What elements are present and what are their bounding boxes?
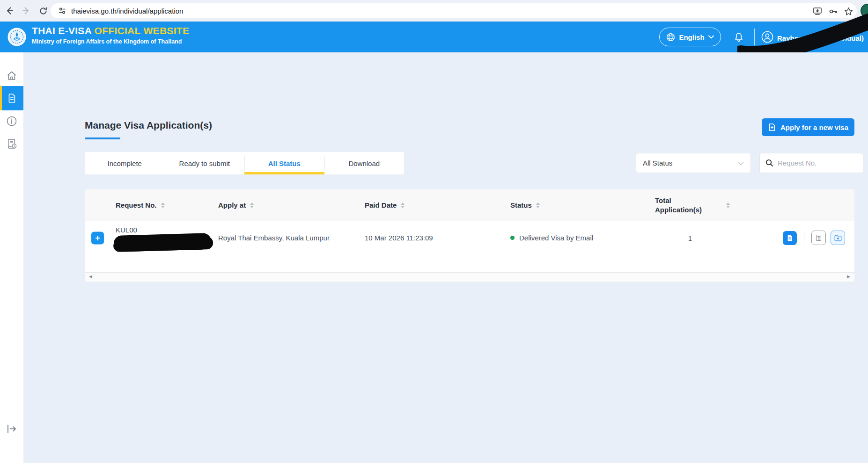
scroll-left-arrow[interactable]: ◄: [88, 274, 93, 279]
sort-icon[interactable]: [250, 203, 254, 208]
col-status: Status: [510, 201, 532, 209]
redaction-scribble: [114, 233, 212, 252]
site-header: THAI E-VISA OFFICIAL WEBSITE Ministry of…: [0, 22, 868, 52]
page-title-underline: [85, 137, 120, 139]
search-icon: [765, 159, 773, 167]
guide-book-icon: [6, 138, 18, 150]
header-divider: [754, 29, 755, 45]
chevron-down-icon: [708, 35, 714, 39]
status-filter-value: All Status: [643, 159, 672, 167]
address-bar[interactable]: thaievisa.go.th/individual/application: [51, 3, 857, 18]
table-row: + KUL00 Royal Thai Embassy, Kuala Lumpur…: [85, 221, 854, 254]
brand-title: THAI E-VISA: [32, 25, 95, 36]
browser-toolbar: thaievisa.go.th/individual/application: [0, 0, 868, 22]
tab-ready-to-submit[interactable]: Ready to submit: [165, 152, 245, 174]
col-apply-at: Apply at: [218, 201, 246, 209]
download-folder-button[interactable]: [831, 231, 845, 245]
site-info-icon[interactable]: [58, 7, 66, 15]
brand-subtitle: Ministry of Foreign Affairs of the Kingd…: [32, 38, 189, 45]
notifications-bell-icon[interactable]: [733, 32, 744, 43]
user-account-icon[interactable]: [761, 31, 773, 43]
screen: thaievisa.go.th/individual/application: [0, 0, 868, 463]
paid-date-value: 10 Mar 2026 11:23:09: [365, 234, 433, 242]
sidebar-item-applications[interactable]: [0, 86, 23, 110]
url-text[interactable]: thaievisa.go.th/individual/application: [71, 7, 183, 15]
user-name[interactable]: Rayhan Uddin (Individual): [777, 34, 864, 42]
file-plus-icon: [768, 123, 776, 131]
info-icon: [6, 116, 17, 127]
horizontal-scrollbar[interactable]: ◄ ►: [85, 272, 854, 282]
scroll-right-arrow[interactable]: ►: [846, 274, 851, 279]
browser-profile-avatar[interactable]: [861, 4, 868, 18]
sidebar-item-home[interactable]: [0, 65, 23, 87]
status-dot: [510, 236, 515, 240]
tab-download[interactable]: Download: [324, 152, 405, 174]
sort-icon[interactable]: [161, 203, 165, 208]
apply-button-label: Apply for a new visa: [780, 123, 848, 131]
sidebar-item-guide[interactable]: [0, 132, 23, 155]
sort-icon[interactable]: [401, 203, 405, 208]
install-app-icon[interactable]: [812, 6, 823, 16]
tab-all-status[interactable]: All Status: [244, 152, 324, 174]
home-icon: [6, 70, 17, 81]
forward-icon[interactable]: [21, 5, 32, 16]
language-selector[interactable]: English: [659, 28, 721, 46]
actions-divider: [804, 231, 804, 245]
payment-receipt-button[interactable]: [811, 231, 826, 245]
request-no-value: KUL00: [116, 226, 137, 234]
reload-icon[interactable]: [37, 5, 49, 16]
ministry-emblem-logo: [7, 28, 26, 46]
expand-row-button[interactable]: +: [91, 232, 104, 244]
search-input[interactable]: [778, 159, 853, 167]
page-title: Manage Visa Application(s): [85, 120, 212, 131]
view-application-button[interactable]: [783, 231, 797, 245]
col-request-no: Request No.: [116, 201, 157, 209]
table-header-row: Request No. Apply at Paid Date Status To…: [85, 189, 854, 221]
sidebar-logout[interactable]: [0, 418, 23, 440]
brand-title-accent: OFFICIAL WEBSITE: [95, 25, 190, 36]
folder-download-icon: [834, 234, 842, 242]
applications-document-icon: [7, 93, 17, 103]
main-content: Manage Visa Application(s) Apply for a n…: [23, 52, 868, 463]
globe-icon: [666, 33, 675, 42]
request-search: [759, 153, 863, 173]
status-tabs: Incomplete Ready to submit All Status Do…: [85, 152, 404, 174]
apply-new-visa-button[interactable]: Apply for a new visa: [762, 118, 854, 136]
sort-icon[interactable]: [726, 203, 730, 208]
language-label: English: [679, 33, 704, 41]
sidebar-item-info[interactable]: [0, 110, 23, 132]
status-value: Delivered Visa by Email: [519, 234, 593, 242]
document-icon: [786, 234, 794, 242]
bookmark-star-icon[interactable]: [843, 6, 853, 16]
col-total-applications: Total Application(s): [655, 196, 711, 215]
password-key-icon[interactable]: [828, 6, 838, 16]
apply-at-value: Royal Thai Embassy, Kuala Lumpur: [218, 234, 330, 242]
sort-icon[interactable]: [536, 203, 540, 208]
sidebar: [0, 52, 23, 463]
tab-incomplete[interactable]: Incomplete: [85, 152, 165, 174]
back-icon[interactable]: [4, 5, 15, 16]
total-applications-value: 1: [655, 234, 725, 242]
col-paid-date: Paid Date: [365, 201, 397, 209]
brand-block: THAI E-VISA OFFICIAL WEBSITE Ministry of…: [32, 25, 189, 45]
applications-table: Request No. Apply at Paid Date Status To…: [85, 189, 854, 272]
receipt-icon: [815, 234, 823, 242]
status-filter-dropdown[interactable]: All Status: [636, 153, 751, 173]
chevron-down-icon: [738, 159, 744, 167]
logout-icon: [6, 423, 18, 435]
